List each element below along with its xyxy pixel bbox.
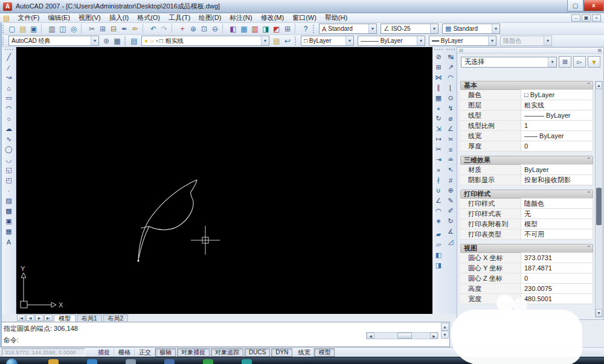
toolbar-grip[interactable] [5,49,13,51]
arc-length-dimension-icon[interactable]: ◠ [445,72,457,83]
mdi-restore-button[interactable]: ▣ [582,14,591,22]
dropdown-arrow-icon[interactable]: ▾ [430,24,438,33]
baseline-dimension-icon[interactable]: ≡ [445,144,457,155]
property-value[interactable]: 1 [521,120,593,131]
publish-icon[interactable]: ◎ [68,24,79,34]
dropdown-arrow-icon[interactable]: ▾ [488,36,496,45]
section-header[interactable]: 打印样式 ˆ [460,190,593,199]
block-editor-icon[interactable]: ✏ [130,24,141,34]
menu-item[interactable]: 窗口(W) [288,13,321,22]
ordinate-dimension-icon[interactable]: ⌊ [445,83,457,93]
tab-next-button[interactable]: ▶ [35,315,43,321]
sep[interactable] [81,24,85,33]
property-value[interactable]: 480.5001 [521,293,593,304]
toolbar-grip[interactable] [313,25,315,33]
property-value[interactable]: 0 [521,273,593,284]
toolbar-grip[interactable] [2,37,4,45]
layer-previous-icon[interactable]: ↩ [282,36,293,46]
select-objects-button[interactable]: ▻ [573,56,586,68]
rotate-icon[interactable]: ↻ [432,113,445,124]
linear-dimension-icon[interactable]: ↹ [445,52,457,62]
status-toggle-button[interactable]: 对象捕捉 [177,348,210,357]
status-toggle-button[interactable]: 捕捉 [94,348,114,357]
section-header[interactable]: 三维效果 ˆ [460,156,593,165]
trim-icon[interactable]: ✂ [432,144,445,155]
color-control-select[interactable]: □ ByLayer ▾ [301,36,354,46]
tab-last-button[interactable]: ▶| [44,315,53,321]
paste-icon[interactable]: ⊟ [108,24,119,34]
tolerance-icon[interactable]: # [445,175,457,185]
property-value[interactable]: ——— ByLayer [521,110,593,121]
text-style-select[interactable]: A Standard ▾ [319,24,377,34]
zoom-window-icon[interactable]: ⊡ [199,24,210,34]
toolbar-grip[interactable] [2,25,4,33]
property-value[interactable]: 投射和接收阴影 [521,174,593,185]
section-header[interactable]: 基本 ˆ [460,81,593,90]
status-toggle-button[interactable]: 对象追踪 [211,348,243,357]
linetype-control-select[interactable]: ——— ByLayer ▾ [358,36,425,46]
jogged-dimension-icon[interactable]: ↯ [445,103,457,113]
toolbar-grip[interactable] [434,49,443,51]
property-value[interactable]: 随颜色 [521,198,593,209]
taskbar-app-2[interactable] [87,359,97,364]
save-icon[interactable]: ▣ [28,24,39,34]
property-value[interactable]: ByLayer [521,164,593,175]
start-orb-button[interactable] [6,359,18,364]
plot-preview-icon[interactable]: ◫ [57,24,68,34]
help-icon[interactable]: ? [300,24,311,34]
property-value[interactable]: 粗实线 [521,100,593,110]
explode-icon[interactable]: ∗ [432,216,445,226]
table-icon[interactable]: ▦ [3,226,15,237]
dim-style-select[interactable]: ∠ ISO-25 ▾ [381,24,439,34]
polyline-icon[interactable]: ↝ [3,72,15,83]
property-value[interactable]: —— ByLayer [521,130,593,141]
command-hscrollbar[interactable]: ◀ ▶ [366,332,439,339]
collapse-chevron-icon[interactable]: ˆ [588,157,590,164]
erase-icon[interactable]: ⊘ [432,52,445,62]
collapse-chevron-icon[interactable]: ˆ [588,245,590,252]
palette-close-icon[interactable]: ⊠ [597,48,602,53]
dropdown-arrow-icon[interactable]: ▾ [91,36,98,45]
sep[interactable] [41,24,45,33]
layer-properties-manager-icon[interactable]: ▤ [129,36,140,46]
extend-icon[interactable]: ⇥ [432,155,445,165]
property-value[interactable]: 373.0731 [521,252,593,263]
send-under-objects-icon[interactable]: ◨ [432,260,445,270]
dropdown-arrow-icon[interactable]: ▾ [368,24,376,33]
line-icon[interactable]: ╱ [3,52,15,62]
continue-dimension-icon[interactable]: ≐ [445,155,457,165]
status-toggle-button[interactable]: 正交 [135,348,155,357]
dimension-text-edit-icon[interactable]: ✐ [445,206,457,216]
undo-icon[interactable]: ↶ [148,24,159,34]
drawing-file-icon[interactable]: ▤ [3,14,10,22]
dropdown-arrow-icon[interactable]: ▾ [345,36,353,45]
save-workspace-icon[interactable]: ▦ [112,36,123,46]
dimension-style-icon[interactable]: ∡ [445,226,457,237]
menu-item[interactable]: 工具(T) [164,13,194,22]
sep[interactable] [172,24,176,33]
copy-icon[interactable]: ⊞ [97,24,108,34]
new-file-icon[interactable]: ▢ [7,24,18,34]
mdi-close-button[interactable]: × [592,14,601,22]
open-file-icon[interactable]: ▤ [18,24,28,34]
dim-style-manager-icon[interactable]: ◿ [445,237,457,247]
rectangle-icon[interactable]: ▭ [3,93,15,103]
plot-icon[interactable]: ▥ [47,24,57,34]
property-value[interactable]: 不可用 [521,229,593,240]
polygon-icon[interactable]: ⌂ [3,83,15,93]
match-properties-icon[interactable]: ✒ [119,24,130,34]
scrollbar-thumb[interactable] [397,333,412,339]
menu-item[interactable]: 格式(O) [133,13,164,22]
bring-above-objects-icon[interactable]: ◧ [432,250,445,260]
command-vscrollbar[interactable]: ▲ ▼ [441,323,449,339]
redo-icon[interactable]: ↷ [159,24,170,34]
sep[interactable] [222,24,226,33]
status-toggle-button[interactable]: 模型 [314,348,335,357]
copy-object-icon[interactable]: ⊞ [432,62,445,72]
dropdown-arrow-icon[interactable]: ▾ [548,57,556,67]
status-toggle-button[interactable]: 栅格 [114,348,135,357]
quick-leader-icon[interactable]: ↖ [445,165,457,175]
send-to-back-icon[interactable]: ▱ [432,240,445,250]
ellipse-icon[interactable]: ◯ [3,144,15,155]
point-icon[interactable]: · [3,185,15,196]
